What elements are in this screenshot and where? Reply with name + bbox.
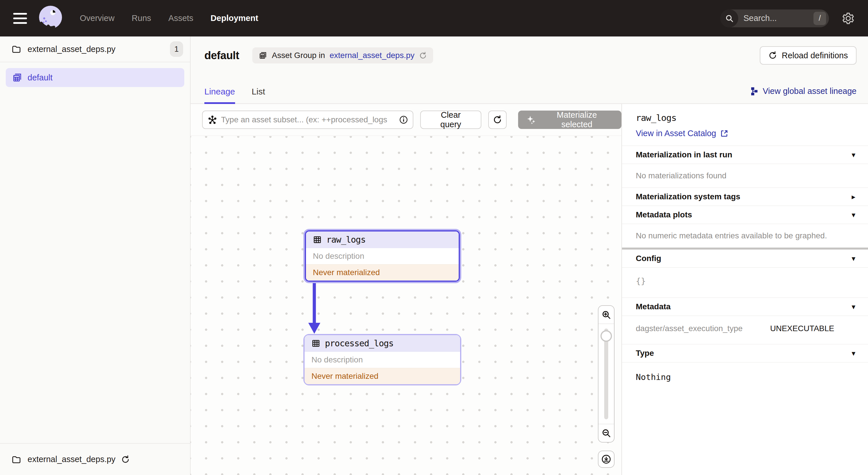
lineage-graph-icon: [749, 87, 758, 96]
zoom-control: [598, 305, 615, 443]
config-value: {}: [622, 268, 868, 298]
table-icon: [313, 235, 322, 244]
asset-group-icon: [12, 72, 22, 83]
asset-description: No description: [305, 352, 460, 368]
repo-name: external_asset_deps.py: [28, 44, 115, 54]
main-area: default Asset Group in external_asset_de…: [191, 36, 868, 475]
asset-detail-panel: raw_logs View in Asset Catalog Materiali…: [621, 104, 868, 475]
page-title: default: [205, 50, 239, 62]
sidebar-item-label: default: [28, 73, 53, 82]
asset-description: No description: [306, 248, 459, 264]
chevron-down-icon: ▾: [851, 151, 856, 158]
recenter-view-button[interactable]: [598, 451, 615, 468]
sidebar-item-default-group[interactable]: default: [6, 68, 184, 87]
asset-name: processed_logs: [325, 338, 394, 348]
chevron-down-icon: ▾: [851, 303, 856, 310]
reload-repo-icon[interactable]: [121, 455, 130, 464]
tab-bar: Lineage List View global asset lineage: [205, 86, 857, 103]
tab-lineage[interactable]: Lineage: [205, 87, 235, 103]
asset-node-raw-logs[interactable]: raw_logs No description Never materializ…: [303, 229, 461, 283]
search-placeholder: Search...: [743, 13, 777, 23]
no-materializations-text: No materializations found: [622, 164, 868, 187]
table-icon: [311, 339, 320, 348]
asset-group-icon: [259, 51, 267, 60]
section-type[interactable]: Type ▾: [622, 344, 868, 362]
sidebar-footer: external_asset_deps.py: [0, 443, 190, 475]
graph-toolbar: Clear query Materialize selected: [191, 104, 621, 136]
chevron-down-icon: ▾: [851, 255, 856, 262]
metadata-value: UNEXECUTABLE: [770, 324, 834, 333]
tab-list[interactable]: List: [252, 87, 265, 103]
panel-splitter-handle[interactable]: [622, 247, 868, 249]
nav-deployment[interactable]: Deployment: [211, 13, 258, 23]
external-link-icon: [720, 129, 728, 138]
nav-runs[interactable]: Runs: [132, 13, 151, 23]
dagster-logo[interactable]: [38, 6, 63, 31]
chevron-down-icon: ▾: [851, 350, 856, 357]
section-materialization-system-tags[interactable]: Materialization system tags ▸: [622, 188, 868, 206]
type-value: Nothing: [622, 362, 868, 392]
materialize-selected-button[interactable]: Materialize selected: [518, 111, 621, 129]
refresh-graph-button[interactable]: [488, 111, 507, 129]
nav-overview[interactable]: Overview: [80, 13, 115, 23]
reload-definitions-button[interactable]: Reload definitions: [760, 46, 857, 65]
primary-nav: Overview Runs Assets Deployment: [80, 13, 258, 23]
zoom-in-button[interactable]: [598, 306, 614, 324]
zoom-slider-track[interactable]: [604, 329, 608, 419]
breadcrumb-prefix: Asset Group in: [272, 51, 325, 60]
asset-subset-input-wrapper[interactable]: [202, 111, 413, 129]
no-numeric-metadata-text: No numeric metadata entries available to…: [622, 224, 868, 247]
asset-status: Never materialized: [306, 264, 459, 280]
settings-gear-icon[interactable]: [842, 12, 855, 25]
chevron-down-icon: ▾: [851, 211, 856, 218]
zoom-out-button[interactable]: [598, 424, 614, 442]
asset-name: raw_logs: [327, 235, 366, 245]
top-nav: Overview Runs Assets Deployment Search..…: [0, 0, 868, 36]
metadata-key: dagster/asset_execution_type: [636, 324, 770, 333]
zoom-slider-handle[interactable]: [600, 330, 612, 342]
asset-graph-query-icon: [208, 115, 217, 124]
asset-node-processed-logs[interactable]: processed_logs No description Never mate…: [303, 334, 461, 385]
panel-asset-title: raw_logs: [636, 113, 854, 123]
section-metadata[interactable]: Metadata ▾: [622, 298, 868, 316]
page-header: default Asset Group in external_asset_de…: [191, 36, 868, 104]
asset-subset-input[interactable]: [221, 115, 395, 124]
breadcrumb: Asset Group in external_asset_deps.py: [252, 48, 433, 63]
section-materialization-last-run[interactable]: Materialization in last run ▾: [622, 146, 868, 164]
nav-assets[interactable]: Assets: [168, 13, 193, 23]
view-in-asset-catalog-link[interactable]: View in Asset Catalog: [636, 129, 728, 138]
repo-row[interactable]: external_asset_deps.py 1: [0, 36, 190, 62]
footer-repo-name: external_asset_deps.py: [28, 455, 115, 464]
chevron-right-icon: ▸: [851, 193, 856, 201]
search-shortcut-key: /: [813, 12, 826, 25]
clear-query-button[interactable]: Clear query: [420, 111, 482, 129]
search-input[interactable]: Search... /: [720, 9, 829, 27]
zoom-slider[interactable]: [598, 324, 614, 424]
lineage-canvas[interactable]: Clear query Materialize selected: [191, 104, 621, 475]
section-config[interactable]: Config ▾: [622, 249, 868, 267]
view-global-asset-lineage-link[interactable]: View global asset lineage: [749, 86, 857, 103]
metadata-row: dagster/asset_execution_type UNEXECUTABL…: [622, 316, 868, 344]
refresh-icon: [768, 51, 777, 60]
sparkle-icon: [526, 115, 536, 125]
definitions-sidebar: external_asset_deps.py 1 default externa…: [0, 36, 191, 475]
menu-icon[interactable]: [13, 13, 27, 24]
asset-count-badge: 1: [170, 41, 183, 57]
info-icon[interactable]: [399, 115, 408, 124]
asset-status: Never materialized: [305, 368, 460, 384]
reload-group-icon[interactable]: [419, 52, 427, 59]
section-metadata-plots[interactable]: Metadata plots ▾: [622, 206, 868, 224]
folder-icon: [11, 455, 21, 464]
breadcrumb-file-link[interactable]: external_asset_deps.py: [330, 51, 414, 60]
refresh-icon: [493, 115, 502, 124]
folder-icon: [11, 44, 21, 54]
search-icon: [720, 9, 738, 27]
canvas-dot-grid[interactable]: [191, 136, 621, 475]
